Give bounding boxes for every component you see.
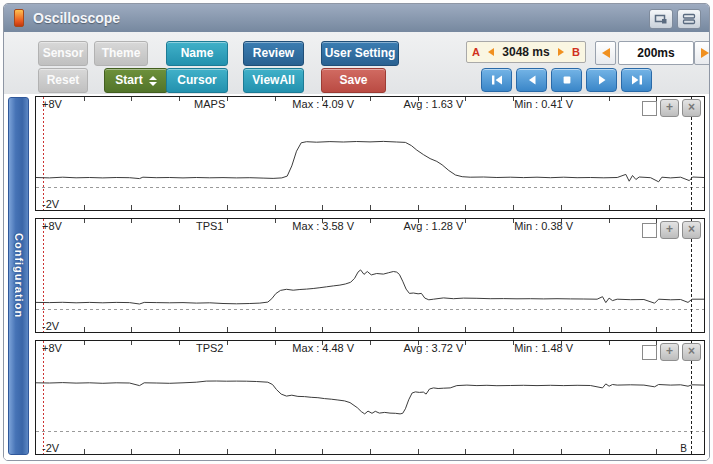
channel-close-button[interactable]: × — [682, 343, 701, 361]
layout-button[interactable] — [677, 9, 701, 29]
min-value: Min : 0.38 V — [514, 220, 573, 232]
scale-top-label: +8V — [42, 98, 62, 110]
scale-top-label: +8V — [42, 220, 62, 232]
cursor-b-label: B — [572, 46, 580, 58]
channel-select-checkbox[interactable] — [642, 345, 657, 360]
playback-controls — [481, 68, 652, 92]
timebase-decrease-button[interactable] — [595, 41, 616, 65]
play-icon — [595, 73, 609, 87]
channel-tps1: +8V TPS1 Max : 3.58 V Avg : 1.28 V Min :… — [35, 218, 705, 333]
start-spinner-icon[interactable] — [149, 76, 157, 86]
channel-select-checkbox[interactable] — [642, 223, 657, 238]
sensor-button[interactable]: Sensor — [38, 41, 88, 66]
tps1-waveform-plot[interactable] — [36, 219, 704, 332]
skip-to-end-button[interactable] — [621, 68, 652, 92]
scope-area: Configuration +8V MAPS Max : 4.09 V Avg … — [4, 94, 709, 460]
stop-button[interactable] — [551, 68, 582, 92]
ab-range-control[interactable]: A 3048 ms B — [466, 41, 586, 63]
scale-bottom-label: -2V — [42, 442, 59, 454]
skip-to-start-button[interactable] — [481, 68, 512, 92]
popout-window-button[interactable] — [649, 9, 673, 29]
oscilloscope-app: Oscilloscope Sensor Theme — [0, 0, 713, 464]
reset-button[interactable]: Reset — [38, 68, 88, 93]
scale-bottom-label: -2V — [42, 320, 59, 332]
user-setting-button[interactable]: User Setting — [321, 41, 399, 66]
save-button[interactable]: Save — [321, 68, 386, 93]
min-value: Min : 0.41 V — [514, 98, 573, 110]
channel-close-button[interactable]: × — [682, 221, 701, 239]
max-value: Max : 3.58 V — [292, 220, 354, 232]
toolbar: Sensor Theme Name Review User Setting Re… — [4, 32, 709, 95]
back-icon — [525, 73, 539, 87]
configuration-label: Configuration — [13, 233, 25, 318]
theme-button[interactable]: Theme — [94, 41, 148, 66]
maps-waveform-plot[interactable] — [36, 97, 704, 210]
channel-stack: +8V MAPS Max : 4.09 V Avg : 1.63 V Min :… — [35, 96, 705, 461]
channel-zoom-button[interactable]: + — [660, 99, 679, 117]
range-left-arrow-icon[interactable] — [488, 48, 494, 56]
window-title: Oscilloscope — [33, 10, 120, 26]
tps2-waveform-plot[interactable] — [36, 341, 704, 454]
cursor-b-marker: B — [680, 443, 687, 454]
name-button[interactable]: Name — [166, 41, 228, 66]
skip-end-icon — [630, 73, 644, 87]
timebase-increase-button[interactable] — [694, 41, 710, 65]
configuration-sidebar[interactable]: Configuration — [8, 97, 29, 455]
channel-name: MAPS — [194, 98, 225, 110]
cursor-button[interactable]: Cursor — [166, 68, 228, 93]
channel-select-checkbox[interactable] — [642, 101, 657, 116]
popout-icon — [654, 13, 668, 25]
skip-start-icon — [490, 73, 504, 87]
app-logo-icon — [14, 9, 24, 27]
channel-close-button[interactable]: × — [682, 99, 701, 117]
avg-value: Avg : 1.28 V — [404, 220, 464, 232]
review-button[interactable]: Review — [243, 41, 304, 66]
channel-name: TPS1 — [196, 220, 224, 232]
avg-value: Avg : 1.63 V — [404, 98, 464, 110]
max-value: Max : 4.48 V — [292, 342, 354, 354]
channel-tps2: +8V TPS2 Max : 4.48 V Avg : 3.72 V Min :… — [35, 340, 705, 455]
max-value: Max : 4.09 V — [292, 98, 354, 110]
min-value: Min : 1.48 V — [514, 342, 573, 354]
channel-maps: +8V MAPS Max : 4.09 V Avg : 1.63 V Min :… — [35, 96, 705, 211]
start-button[interactable]: Start — [104, 68, 168, 93]
left-arrow-icon — [602, 48, 610, 58]
step-back-button[interactable] — [516, 68, 547, 92]
ab-range-value: 3048 ms — [502, 45, 549, 59]
channel-name: TPS2 — [196, 342, 224, 354]
play-button[interactable] — [586, 68, 617, 92]
channel-zoom-button[interactable]: + — [660, 221, 679, 239]
start-button-label: Start — [115, 73, 142, 87]
channel-zoom-button[interactable]: + — [660, 343, 679, 361]
right-arrow-icon — [701, 48, 709, 58]
scale-top-label: +8V — [42, 342, 62, 354]
stacked-panels-icon — [682, 13, 696, 25]
app-window: Oscilloscope Sensor Theme — [3, 3, 710, 461]
timebase-value: 200ms — [618, 41, 694, 65]
range-right-arrow-icon[interactable] — [558, 48, 564, 56]
scale-bottom-label: -2V — [42, 198, 59, 210]
avg-value: Avg : 3.72 V — [404, 342, 464, 354]
cursor-a-label: A — [472, 46, 480, 58]
viewall-button[interactable]: ViewAll — [243, 68, 304, 93]
title-bar[interactable]: Oscilloscope — [4, 4, 709, 33]
stop-icon — [560, 73, 574, 87]
